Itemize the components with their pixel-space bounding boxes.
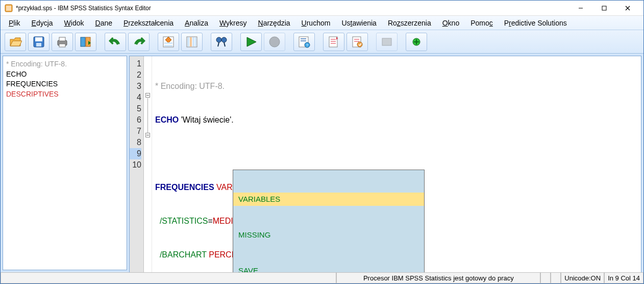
svg-rect-21 — [195, 37, 196, 46]
menu-ustawienia[interactable]: Ustawienia — [336, 17, 382, 29]
goto-case-button[interactable] — [158, 33, 179, 51]
status-position: In 9 Col 14 — [604, 273, 643, 283]
svg-rect-13 — [86, 37, 90, 46]
code-area[interactable]: * Encoding: UTF-8. ECHO 'Witaj świecie'.… — [152, 56, 641, 272]
svg-line-24 — [218, 42, 219, 46]
menu-edycja[interactable]: Edycja — [27, 17, 58, 29]
run-selection-button[interactable] — [240, 33, 262, 51]
status-unicode: Unicode:ON — [561, 273, 604, 283]
toolbar: ? — [1, 30, 643, 54]
maximize-button[interactable] — [592, 1, 616, 15]
open-button[interactable] — [5, 33, 26, 51]
redo-button[interactable] — [128, 33, 150, 51]
menu-wykresy[interactable]: Wykresy — [214, 17, 252, 29]
svg-line-25 — [224, 42, 225, 46]
workspace: * Encoding: UTF-8. ECHO FREQUENCIES DESC… — [1, 54, 643, 272]
menu-uruchom[interactable]: Uruchom — [296, 17, 336, 29]
svg-rect-18 — [187, 37, 189, 46]
active-line-marker: 9 — [130, 148, 141, 159]
svg-rect-8 — [36, 43, 41, 46]
autocomplete-popup[interactable]: VARIABLES MISSING SAVE SORT STATISTICS — [233, 170, 425, 272]
svg-rect-19 — [190, 37, 192, 46]
menu-dane[interactable]: Dane — [90, 17, 117, 29]
new-syntax-button[interactable] — [323, 33, 344, 51]
ac-item-variables[interactable]: VARIABLES — [233, 193, 424, 206]
menu-widok[interactable]: Widok — [59, 17, 89, 29]
menu-predictive-solutions[interactable]: Predictive Solutions — [499, 17, 572, 29]
fold-handle-top[interactable] — [145, 93, 150, 98]
dialog-recall-button[interactable] — [75, 33, 96, 51]
window-title: *przykład.sps - IBM SPSS Statistics Synt… — [16, 5, 569, 12]
syntax-help-button[interactable]: ? — [293, 33, 315, 51]
syntax-editor[interactable]: 1 2 3 4 5 6 7 8 9 10 * Encoding: UTF-8. … — [129, 56, 641, 272]
svg-rect-40 — [382, 38, 391, 45]
production-job-button[interactable] — [346, 33, 368, 51]
stop-button[interactable] — [264, 33, 285, 51]
find-button[interactable] — [211, 33, 232, 51]
svg-rect-12 — [81, 37, 85, 46]
svg-rect-10 — [59, 37, 65, 41]
nav-item-descriptives[interactable]: DESCRIPTIVES — [6, 89, 123, 100]
menu-rozszerzenia[interactable]: Rozszerzenia — [383, 17, 436, 29]
save-button[interactable] — [28, 33, 49, 51]
breakpoint-toggle-button[interactable] — [406, 33, 427, 51]
svg-rect-3 — [602, 6, 606, 10]
svg-rect-15 — [164, 42, 172, 44]
fold-handle-bottom[interactable] — [145, 133, 150, 137]
menu-analiza[interactable]: Analiza — [180, 17, 213, 29]
menu-okno[interactable]: Okno — [437, 17, 464, 29]
fold-column[interactable] — [144, 56, 152, 272]
ac-item-missing[interactable]: MISSING — [233, 228, 424, 242]
undo-button[interactable] — [105, 33, 126, 51]
menu-pomoc[interactable]: Pomoc — [465, 17, 498, 29]
svg-rect-7 — [35, 37, 42, 41]
menu-przeksztalcenia[interactable]: Przekształcenia — [118, 17, 179, 29]
svg-rect-11 — [59, 44, 65, 47]
close-button[interactable] — [616, 1, 639, 15]
titlebar: *przykład.sps - IBM SPSS Statistics Synt… — [1, 1, 643, 16]
status-processor: Procesor IBM SPSS Statistics jest gotowy… — [336, 273, 540, 283]
nav-item-echo[interactable]: ECHO — [6, 69, 123, 80]
ac-item-save[interactable]: SAVE — [233, 264, 424, 272]
statusbar: Procesor IBM SPSS Statistics jest gotowy… — [1, 272, 643, 283]
svg-point-23 — [221, 37, 227, 42]
nav-item-frequencies[interactable]: FREQUENCIES — [6, 79, 123, 89]
app-icon — [5, 4, 13, 12]
svg-point-39 — [357, 42, 362, 47]
svg-rect-20 — [192, 37, 194, 46]
svg-point-22 — [216, 37, 221, 42]
svg-rect-16 — [164, 45, 172, 46]
minimize-button[interactable] — [569, 1, 592, 15]
svg-text:?: ? — [306, 43, 309, 48]
line-gutter: 1 2 3 4 5 6 7 8 9 10 — [130, 56, 144, 272]
menu-plik[interactable]: Plik — [4, 17, 26, 29]
goto-variable-button[interactable] — [181, 33, 203, 51]
svg-rect-1 — [6, 6, 11, 11]
menubar: Plik Edycja Widok Dane Przekształcenia A… — [1, 16, 643, 30]
svg-point-26 — [269, 37, 280, 47]
menu-narzedzia[interactable]: Narzędzia — [253, 17, 295, 29]
show-commands-button[interactable] — [376, 33, 398, 51]
svg-rect-32 — [329, 37, 337, 47]
command-navigator[interactable]: * Encoding: UTF-8. ECHO FREQUENCIES DESC… — [3, 56, 127, 270]
print-button[interactable] — [52, 33, 73, 51]
nav-encoding: * Encoding: UTF-8. — [6, 59, 123, 69]
